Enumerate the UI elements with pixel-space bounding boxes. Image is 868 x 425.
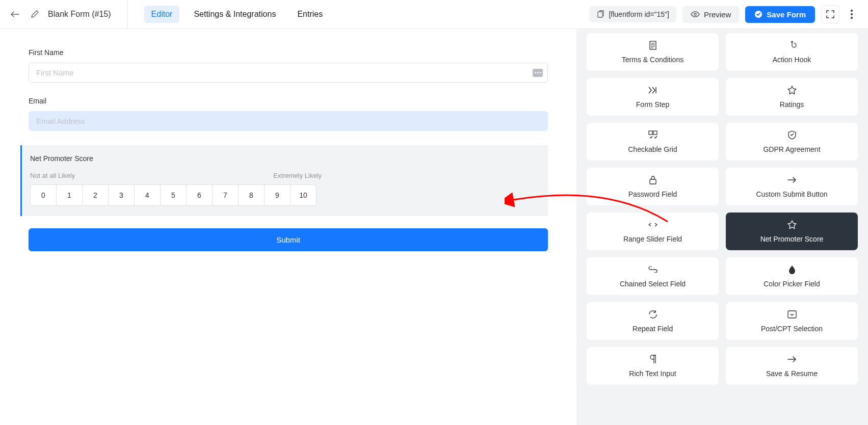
- copy-icon: [596, 10, 604, 18]
- field-item-label: Net Promoter Score: [760, 235, 824, 243]
- nps-option[interactable]: 4: [134, 184, 161, 206]
- svg-rect-7: [788, 311, 796, 318]
- expand-button[interactable]: [821, 5, 839, 23]
- arrow-icon: [787, 175, 797, 185]
- field-item-terms[interactable]: Terms & Conditions: [587, 33, 719, 71]
- eye-icon: [691, 11, 700, 18]
- nps-option[interactable]: 1: [56, 184, 83, 206]
- field-item-post-cpt[interactable]: Post/CPT Selection: [726, 302, 858, 340]
- field-email[interactable]: Email: [29, 97, 548, 131]
- field-label: Email: [29, 97, 548, 105]
- field-item-label: Range Slider Field: [623, 235, 682, 243]
- preview-label: Preview: [704, 10, 731, 19]
- step-icon: [648, 85, 658, 95]
- preview-button[interactable]: Preview: [682, 6, 739, 23]
- svg-rect-3: [650, 41, 656, 49]
- field-item-label: Custom Submit Button: [756, 190, 827, 198]
- field-item-label: Form Step: [636, 100, 669, 109]
- check-circle-icon: [754, 10, 762, 18]
- nps-option[interactable]: 9: [264, 184, 291, 206]
- nps-option[interactable]: 6: [186, 184, 213, 206]
- field-nps[interactable]: Net Promoter Score Not at all Likely Ext…: [20, 145, 548, 216]
- save-label: Save Form: [767, 10, 806, 19]
- email-input[interactable]: [29, 111, 548, 131]
- field-item-chained-select[interactable]: Chained Select Field: [587, 257, 719, 295]
- tab-editor[interactable]: Editor: [144, 6, 180, 23]
- pencil-icon[interactable]: [31, 10, 39, 18]
- field-first-name[interactable]: First Name: [29, 48, 548, 83]
- more-menu-button[interactable]: [846, 10, 858, 19]
- field-item-range-slider[interactable]: Range Slider Field: [587, 213, 719, 250]
- field-item-gdpr[interactable]: GDPR Agreement: [726, 123, 858, 161]
- shield-icon: [787, 130, 797, 140]
- svg-rect-0: [598, 12, 602, 17]
- divider: [127, 0, 128, 29]
- field-item-custom-submit[interactable]: Custom Submit Button: [726, 168, 858, 205]
- nps-option[interactable]: 7: [212, 184, 239, 206]
- svg-rect-5: [653, 131, 657, 135]
- field-item-label: GDPR Agreement: [763, 145, 820, 153]
- shortcode-text: [fluentform id="15"]: [609, 10, 669, 18]
- chain-icon: [648, 264, 658, 275]
- field-item-label: Action Hook: [773, 56, 811, 64]
- header: Blank Form (#15) Editor Settings & Integ…: [0, 0, 868, 29]
- field-item-label: Ratings: [780, 100, 804, 109]
- field-item-label: Save & Resume: [766, 369, 818, 378]
- nps-option[interactable]: 0: [30, 184, 57, 206]
- field-item-label: Color Picker Field: [764, 280, 820, 288]
- svg-rect-4: [649, 131, 652, 135]
- field-item-label: Checkable Grid: [628, 145, 677, 153]
- field-item-label: Rich Text Input: [629, 369, 676, 378]
- form-canvas: First Name Email Net Promoter Score Not …: [0, 29, 576, 425]
- field-item-ratings[interactable]: Ratings: [726, 78, 858, 116]
- tab-entries[interactable]: Entries: [290, 6, 330, 23]
- form-title[interactable]: Blank Form (#15): [48, 10, 121, 19]
- field-item-label: Chained Select Field: [620, 280, 686, 288]
- field-item-checkable-grid[interactable]: Checkable Grid: [587, 123, 719, 161]
- field-item-save-resume[interactable]: Save & Resume: [726, 347, 858, 385]
- field-item-form-step[interactable]: Form Step: [587, 78, 719, 116]
- drop-icon: [788, 264, 796, 275]
- svg-point-1: [694, 13, 696, 15]
- field-item-rich-text[interactable]: Rich Text Input: [587, 347, 719, 385]
- nps-option[interactable]: 3: [108, 184, 135, 206]
- nps-left-label: Not at all Likely: [30, 172, 75, 179]
- field-options-handle[interactable]: [533, 69, 543, 77]
- field-item-color-picker[interactable]: Color Picker Field: [726, 257, 858, 295]
- grid-icon: [648, 130, 657, 140]
- save-button[interactable]: Save Form: [745, 6, 815, 23]
- field-label: First Name: [29, 48, 548, 57]
- repeat-icon: [648, 309, 657, 320]
- nps-option[interactable]: 5: [160, 184, 187, 206]
- field-item-nps[interactable]: Net Promoter Score: [726, 213, 858, 250]
- star-icon: [787, 85, 797, 95]
- nps-option[interactable]: 2: [82, 184, 109, 206]
- hook-icon: [787, 40, 797, 50]
- document-icon: [648, 40, 657, 50]
- tab-settings[interactable]: Settings & Integrations: [187, 6, 283, 23]
- field-item-label: Password Field: [628, 190, 677, 198]
- first-name-input[interactable]: [29, 63, 548, 83]
- field-item-label: Repeat Field: [633, 325, 673, 333]
- back-arrow-icon[interactable]: [10, 11, 19, 18]
- svg-rect-6: [650, 179, 656, 184]
- lock-icon: [649, 175, 657, 185]
- field-item-label: Post/CPT Selection: [761, 325, 823, 333]
- nps-option[interactable]: 10: [290, 184, 317, 206]
- nps-scale: 012345678910: [30, 184, 540, 206]
- shortcode-box[interactable]: [fluentform id="15"]: [589, 6, 676, 22]
- pilcrow-icon: [649, 354, 656, 364]
- fields-sidebar: Terms & ConditionsAction HookForm StepRa…: [576, 29, 868, 425]
- submit-button[interactable]: Submit: [29, 228, 548, 251]
- main: First Name Email Net Promoter Score Not …: [0, 29, 868, 425]
- arrow-icon: [787, 354, 797, 364]
- nav-tabs: Editor Settings & Integrations Entries: [144, 6, 330, 23]
- slider-icon: [648, 220, 658, 230]
- field-item-password[interactable]: Password Field: [587, 168, 719, 205]
- nps-right-label: Extremely Likely: [273, 172, 322, 179]
- star-icon: [787, 220, 797, 230]
- nps-option[interactable]: 8: [238, 184, 265, 206]
- field-item-action-hook[interactable]: Action Hook: [726, 33, 858, 71]
- select-icon: [787, 309, 797, 320]
- field-item-repeat[interactable]: Repeat Field: [587, 302, 719, 340]
